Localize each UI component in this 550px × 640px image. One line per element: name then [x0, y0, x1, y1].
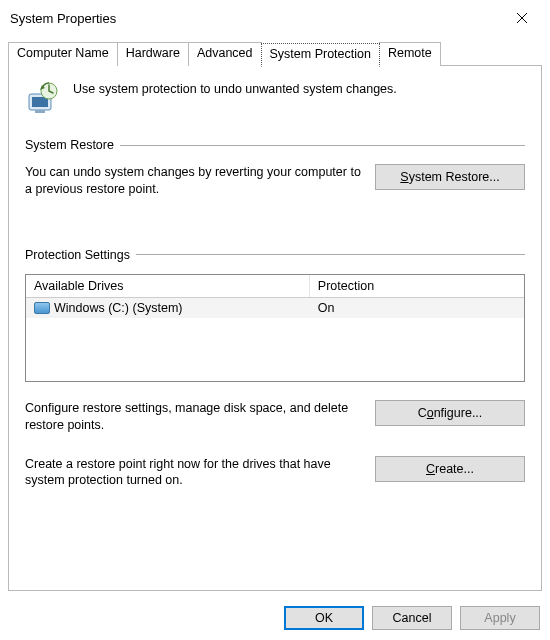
create-button[interactable]: Create... [375, 456, 525, 482]
intro-text: Use system protection to undo unwanted s… [73, 80, 397, 96]
tab-system-protection[interactable]: System Protection [261, 43, 380, 67]
drive-name: Windows (C:) (System) [54, 301, 182, 315]
drive-icon [34, 302, 50, 314]
configure-button[interactable]: Configure... [375, 400, 525, 426]
intro-row: Use system protection to undo unwanted s… [25, 80, 525, 116]
system-restore-label: System Restore [25, 138, 114, 152]
tab-remote[interactable]: Remote [379, 42, 441, 66]
cancel-button[interactable]: Cancel [372, 606, 452, 630]
system-restore-button[interactable]: System Restore... [375, 164, 525, 190]
drive-status: On [310, 298, 524, 318]
drives-table: Available Drives Protection Windows (C:)… [25, 274, 525, 382]
system-restore-description: You can undo system changes by reverting… [25, 164, 361, 198]
tab-body: Use system protection to undo unwanted s… [8, 65, 542, 591]
configure-description: Configure restore settings, manage disk … [25, 400, 361, 434]
table-row[interactable]: Windows (C:) (System) On [26, 298, 524, 318]
col-header-protection[interactable]: Protection [310, 275, 524, 297]
close-icon [516, 12, 528, 24]
tab-advanced[interactable]: Advanced [188, 42, 262, 66]
tab-hardware[interactable]: Hardware [117, 42, 189, 66]
divider [120, 145, 525, 146]
titlebar: System Properties [0, 0, 550, 36]
protection-settings-group: Protection Settings Available Drives Pro… [25, 248, 525, 490]
close-button[interactable] [502, 4, 542, 32]
ok-button[interactable]: OK [284, 606, 364, 630]
tab-computer-name[interactable]: Computer Name [8, 42, 118, 66]
apply-button[interactable]: Apply [460, 606, 540, 630]
col-header-drives[interactable]: Available Drives [26, 275, 310, 297]
window-title: System Properties [10, 11, 116, 26]
create-description: Create a restore point right now for the… [25, 456, 361, 490]
svg-rect-4 [35, 110, 45, 113]
tab-strip: Computer Name Hardware Advanced System P… [0, 42, 550, 66]
system-protection-icon [25, 80, 61, 116]
system-restore-group: System Restore You can undo system chang… [25, 138, 525, 198]
drives-table-header: Available Drives Protection [26, 275, 524, 298]
dialog-footer: OK Cancel Apply [284, 606, 540, 630]
divider [136, 254, 525, 255]
protection-settings-label: Protection Settings [25, 248, 130, 262]
system-properties-dialog: System Properties Computer Name Hardware… [0, 0, 550, 640]
